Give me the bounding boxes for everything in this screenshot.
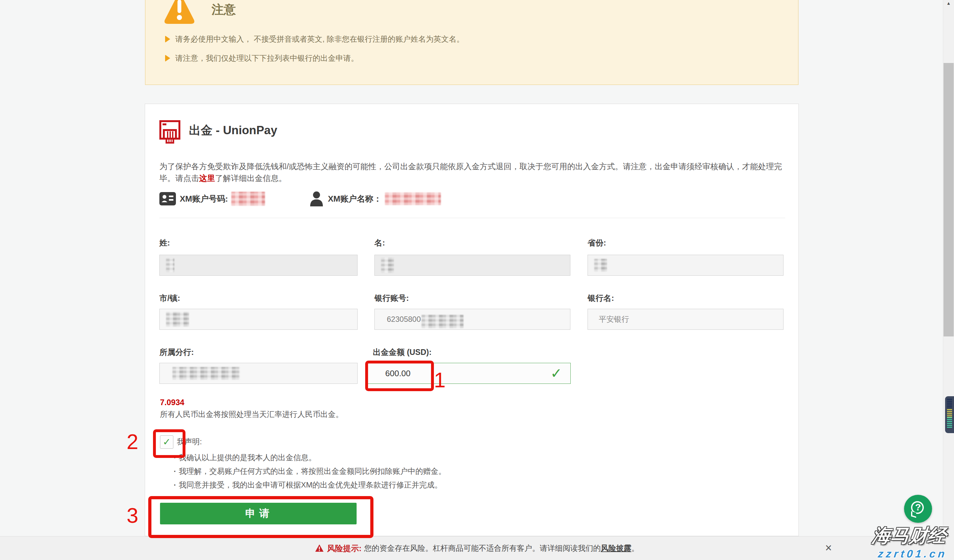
question-mark-icon: ? bbox=[904, 502, 932, 512]
notice-title: 注意 bbox=[212, 2, 236, 18]
step3-number: 3 bbox=[126, 505, 139, 526]
bank-account-value: 62305800 bbox=[387, 315, 421, 324]
valid-check-icon: ✓ bbox=[550, 366, 562, 380]
amount-label: 出金金额 (USD): bbox=[373, 347, 432, 358]
account-name-label: XM账户名称： bbox=[328, 193, 382, 204]
scroll-up-arrow-icon[interactable]: ▲ bbox=[944, 1, 953, 6]
city-field[interactable] bbox=[159, 309, 357, 330]
declaration-item: 我理解，交易账户任何方式的出金，将按照出金金额同比例扣除账户中的赠金。 bbox=[174, 466, 446, 476]
bank-account-field[interactable]: 62305800 bbox=[374, 309, 571, 330]
close-icon[interactable]: × bbox=[823, 541, 834, 555]
city-label: 市/镇: bbox=[159, 293, 180, 303]
divider bbox=[159, 218, 785, 218]
withdrawal-page: 注意 请务必使用中文输入， 不接受拼音或者英文, 除非您在银行注册的账户姓名为英… bbox=[0, 0, 954, 560]
intro-text: 了解详细出金信息。 bbox=[215, 174, 287, 182]
branch-label: 所属分行: bbox=[159, 347, 194, 358]
branch-field[interactable] bbox=[159, 363, 357, 384]
province-label: 省份: bbox=[588, 238, 606, 248]
person-icon bbox=[310, 191, 324, 206]
step3-highlight-box bbox=[148, 496, 373, 538]
account-number-redacted bbox=[231, 192, 265, 206]
step2-number: 2 bbox=[126, 431, 139, 452]
here-link[interactable]: 这里 bbox=[199, 174, 215, 182]
edge-extension-widget[interactable] bbox=[945, 396, 954, 433]
risk-text-suffix: 。 bbox=[631, 543, 639, 553]
step1-number: 1 bbox=[434, 370, 446, 390]
province-field[interactable] bbox=[588, 255, 784, 276]
intro-paragraph: 为了保护各方免受欺诈及降低洗钱和/或恐怖主义融资的可能性，公司出金款项只能依原入… bbox=[159, 160, 793, 184]
page-title: 出金 - UnionPay bbox=[189, 123, 277, 138]
risk-label: 风险提示: bbox=[327, 543, 362, 554]
step1-highlight-box bbox=[365, 361, 434, 391]
id-card-icon bbox=[159, 191, 176, 206]
first-name-field[interactable] bbox=[374, 255, 571, 276]
notice-box: 注意 请务必使用中文输入， 不接受拼音或者英文, 除非您在银行注册的账户姓名为英… bbox=[145, 0, 798, 85]
last-name-field[interactable] bbox=[159, 255, 357, 276]
notice-bullet-text: 请务必使用中文输入， 不接受拼音或者英文, 除非您在银行注册的账户姓名为英文名。 bbox=[175, 34, 464, 44]
branch-redacted bbox=[172, 367, 240, 380]
widget-navy-bars bbox=[947, 399, 952, 409]
withdrawal-panel: 出金 - UnionPay 为了保护各方免受欺诈及降低洗钱和/或恐怖主义融资的可… bbox=[145, 104, 799, 536]
bullet-arrow-icon bbox=[165, 55, 170, 62]
account-name-redacted bbox=[385, 192, 441, 205]
bank-name-field[interactable]: 平安银行 bbox=[588, 309, 784, 330]
bank-account-redacted bbox=[421, 315, 463, 328]
bank-name-label: 银行名: bbox=[588, 293, 614, 303]
notice-bullet-row: 请务必使用中文输入， 不接受拼音或者英文, 除非您在银行注册的账户姓名为英文名。 bbox=[165, 34, 464, 44]
warning-triangle-icon bbox=[163, 0, 196, 25]
bank-name-value: 平安银行 bbox=[599, 314, 629, 324]
widget-yellow-bars bbox=[947, 409, 952, 417]
step2-highlight-box bbox=[153, 429, 186, 458]
notice-bullet-text: 请注意，我们仅处理以下下拉列表中银行的出金申请。 bbox=[175, 53, 359, 63]
scrollbar-thumb[interactable] bbox=[943, 63, 954, 336]
exchange-rate-value: 7.0934 bbox=[160, 398, 184, 407]
last-name-redacted bbox=[166, 258, 174, 272]
account-info-row: XM账户号码: XM账户名称： bbox=[159, 191, 441, 207]
bank-atm-icon bbox=[159, 120, 181, 144]
risk-text: 您的资金存在风险。杠杆商品可能不适合所有客户。请详细阅读我们的 bbox=[364, 543, 601, 553]
widget-teal-bars bbox=[947, 417, 952, 429]
risk-disclosure-link[interactable]: 风险披露 bbox=[601, 543, 631, 553]
bullet-arrow-icon bbox=[165, 36, 170, 43]
province-redacted bbox=[594, 259, 607, 272]
risk-warning-bar: 风险提示: 您的资金存在风险。杠杆商品可能不适合所有客户。请详细阅读我们的 风险… bbox=[0, 536, 954, 560]
exchange-rate-note: 所有人民币出金将按照处理当天汇率进行人民币出金。 bbox=[160, 409, 343, 420]
bank-account-label: 银行账号: bbox=[374, 293, 409, 303]
declaration-item: 我确认以上提供的是我本人的出金信息。 bbox=[174, 453, 316, 463]
notice-bullet-row: 请注意，我们仅处理以下下拉列表中银行的出金申请。 bbox=[165, 53, 359, 63]
help-button[interactable]: ? bbox=[904, 495, 932, 523]
first-name-label: 名: bbox=[374, 238, 385, 248]
declaration-item: 我同意并接受，我的出金申请可根据XM的出金优先处理条款进行修正并完成。 bbox=[174, 480, 442, 490]
risk-warning-icon bbox=[315, 544, 324, 552]
city-redacted bbox=[166, 312, 189, 327]
account-number-label: XM账户号码: bbox=[180, 193, 228, 204]
last-name-label: 姓: bbox=[159, 238, 170, 248]
first-name-redacted bbox=[381, 258, 394, 273]
